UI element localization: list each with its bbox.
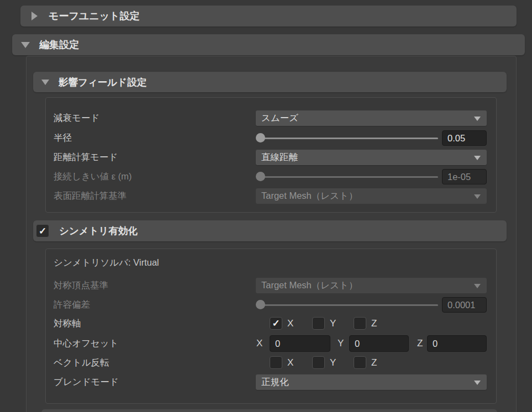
- slider-handle[interactable]: [256, 133, 265, 142]
- tolerance-slider: 0.0001: [256, 297, 487, 313]
- center-offset-label: 中心オフセット: [54, 337, 118, 350]
- foldout-morph-unit-settings[interactable]: モーフユニット設定: [20, 6, 517, 27]
- slider-track: [257, 176, 438, 178]
- axis-z-label: Z: [371, 318, 377, 329]
- row-connection-threshold: 接続しきい値 ε (m) 1e-05: [0, 169, 532, 184]
- offset-z-label: Z: [417, 338, 423, 349]
- radius-value: 0.05: [447, 133, 465, 144]
- tolerance-value: 0.0001: [447, 300, 475, 310]
- foldout-title: モーフユニット設定: [49, 9, 140, 23]
- slider-handle: [256, 300, 265, 309]
- radius-label: 半径: [54, 132, 72, 144]
- foldout-expanded-icon: [21, 42, 30, 48]
- dropdown-selected-value: スムーズ: [261, 112, 298, 124]
- offset-z-field[interactable]: [427, 335, 487, 352]
- symmetry-solver-text: シンメトリソルバ: Virtual: [54, 257, 159, 269]
- chevron-down-icon: [474, 117, 481, 121]
- row-tolerance: 許容偏差 0.0001: [0, 297, 532, 313]
- attenuation-mode-label: 減衰モード: [54, 112, 99, 124]
- surface-distance-ref-label: 表面距離計算基準: [54, 190, 127, 202]
- foldout-influence-field-settings[interactable]: 影響フィールド設定: [33, 72, 507, 92]
- row-vertex-ref: 対称頂点基準 Target Mesh（レスト）: [0, 278, 532, 293]
- row-center-offset: 中心オフセット X Y Z: [0, 335, 532, 352]
- connection-threshold-label: 接続しきい値 ε (m): [54, 171, 131, 183]
- row-surface-distance-ref: 表面距離計算基準 Target Mesh（レスト）: [0, 188, 532, 204]
- connection-threshold-slider: 1e-05: [256, 169, 487, 184]
- foldout-title: 影響フィールド設定: [59, 76, 146, 89]
- offset-y-field[interactable]: [349, 335, 409, 352]
- dropdown-selected-value: Target Mesh（レスト）: [261, 190, 357, 202]
- radius-slider: 0.05: [256, 130, 487, 146]
- check-icon: ✓: [39, 226, 46, 236]
- slider-track[interactable]: [257, 138, 438, 139]
- foldout-collapsed-icon: [31, 12, 38, 20]
- axis-y-label: Y: [330, 318, 336, 329]
- slider-track: [257, 304, 438, 306]
- row-radius: 半径 0.05: [0, 130, 532, 146]
- axis-x-label: X: [287, 318, 293, 329]
- dropdown-selected-value: 直線距離: [261, 151, 298, 163]
- offset-y-label: Y: [338, 338, 344, 349]
- offset-x-field[interactable]: [270, 335, 330, 352]
- dropdown-selected-value: Target Mesh（レスト）: [261, 279, 357, 292]
- vector-flip-x-checkbox[interactable]: [270, 356, 282, 369]
- chevron-down-icon: [474, 381, 481, 385]
- distance-mode-label: 距離計算モード: [54, 151, 118, 163]
- row-blend-mode: ブレンドモード 正規化: [0, 374, 532, 390]
- chevron-down-icon: [474, 284, 481, 288]
- symmetry-axis-label: 対称軸: [54, 318, 81, 330]
- symmetry-axis-x-checkbox[interactable]: ✓: [270, 317, 282, 330]
- row-distance-mode: 距離計算モード 直線距離: [0, 150, 532, 165]
- flip-x-label: X: [287, 357, 293, 368]
- vector-flip-z-checkbox[interactable]: [354, 356, 366, 369]
- symmetry-enable-title: シンメトリ有効化: [59, 224, 138, 237]
- row-vector-flip: ベクトル反転 X Y Z: [0, 355, 532, 370]
- foldout-expanded-icon: [41, 80, 49, 85]
- chevron-down-icon: [474, 194, 481, 199]
- vector-flip-label: ベクトル反転: [54, 357, 109, 369]
- radius-value-field[interactable]: 0.05: [442, 130, 487, 146]
- surface-distance-ref-dropdown: Target Mesh（レスト）: [256, 188, 487, 204]
- threshold-value: 1e-05: [447, 172, 471, 182]
- vertex-ref-label: 対称頂点基準: [54, 279, 108, 292]
- check-icon: ✓: [272, 319, 280, 328]
- attenuation-mode-dropdown[interactable]: スムーズ: [256, 110, 487, 126]
- chevron-down-icon: [474, 156, 481, 160]
- foldout-edit-settings[interactable]: 編集設定: [12, 34, 525, 55]
- flip-y-label: Y: [330, 357, 336, 368]
- symmetry-axis-y-checkbox[interactable]: [312, 317, 325, 330]
- row-attenuation-mode: 減衰モード スムーズ: [0, 110, 532, 126]
- dropdown-selected-value: 正規化: [261, 376, 289, 388]
- tolerance-label: 許容偏差: [54, 299, 90, 311]
- symmetry-enable-checkbox[interactable]: ✓: [36, 224, 49, 237]
- slider-handle: [256, 172, 265, 181]
- blend-mode-label: ブレンドモード: [54, 376, 119, 388]
- symmetry-axis-z-checkbox[interactable]: [354, 317, 366, 330]
- threshold-value-field: 1e-05: [442, 169, 487, 184]
- partial-next-section-header[interactable]: [41, 409, 497, 412]
- tolerance-value-field: 0.0001: [442, 297, 487, 313]
- header-symmetry-enable[interactable]: ✓ シンメトリ有効化: [33, 220, 507, 241]
- row-symmetry-axis: 対称軸 ✓ X Y Z: [0, 316, 532, 331]
- blend-mode-dropdown[interactable]: 正規化: [256, 374, 487, 390]
- distance-mode-dropdown[interactable]: 直線距離: [256, 150, 487, 165]
- flip-z-label: Z: [371, 357, 377, 368]
- offset-x-label: X: [256, 338, 262, 349]
- vertex-ref-dropdown: Target Mesh（レスト）: [256, 278, 487, 293]
- vector-flip-y-checkbox[interactable]: [312, 356, 325, 369]
- foldout-title: 編集設定: [39, 38, 79, 51]
- inspector-panel: モーフユニット設定 編集設定 影響フィールド設定 減衰モード スムーズ 半径 0…: [0, 0, 532, 412]
